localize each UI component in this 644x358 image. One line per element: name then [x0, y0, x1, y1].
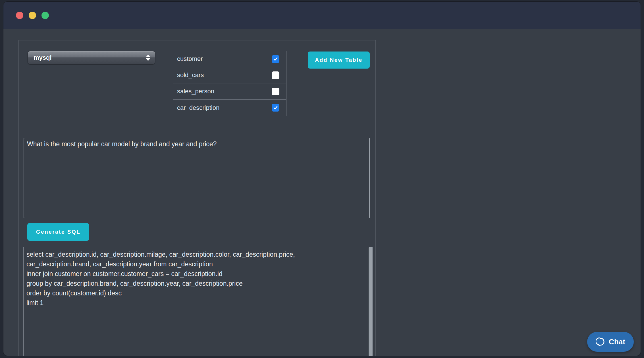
table-name: customer: [177, 55, 203, 63]
sql-output-text: select car_description.id, car_descripti…: [24, 247, 368, 356]
table-checkbox[interactable]: [272, 88, 279, 95]
sql-output-scrollbar[interactable]: [369, 247, 372, 356]
traffic-lights: [16, 12, 49, 19]
chat-button[interactable]: Chat: [587, 332, 634, 352]
table-row: car_description: [173, 100, 286, 116]
close-button[interactable]: [16, 12, 23, 19]
table-checkbox[interactable]: [272, 55, 279, 63]
titlebar: [3, 2, 641, 29]
table-name: sales_person: [177, 88, 214, 95]
chat-bubble-icon: [596, 337, 605, 347]
table-checkbox[interactable]: [272, 71, 279, 79]
generate-sql-button[interactable]: Generate SQL: [27, 223, 89, 241]
tables-list: customer sold_cars sales_person car_desc…: [173, 51, 286, 116]
window-body: mysql customer sold_cars sales_person: [3, 30, 641, 356]
table-name: car_description: [177, 104, 219, 112]
sql-output-box[interactable]: select car_description.id, car_descripti…: [23, 247, 373, 356]
minimize-button[interactable]: [29, 12, 36, 19]
table-checkbox[interactable]: [272, 104, 279, 112]
chat-button-label: Chat: [609, 338, 625, 346]
maximize-button[interactable]: [41, 12, 49, 19]
database-select[interactable]: mysql: [28, 51, 155, 64]
select-arrows-icon: [146, 51, 150, 64]
main-panel: mysql customer sold_cars sales_person: [18, 40, 376, 356]
question-input[interactable]: What is the most popular car model by br…: [24, 138, 370, 218]
table-name: sold_cars: [177, 71, 204, 79]
add-new-table-button[interactable]: Add New Table: [308, 52, 370, 69]
table-row: sales_person: [173, 83, 286, 100]
table-row: customer: [173, 51, 286, 67]
database-select-value: mysql: [28, 54, 52, 61]
table-row: sold_cars: [173, 67, 286, 83]
app-window: mysql customer sold_cars sales_person: [3, 2, 641, 356]
